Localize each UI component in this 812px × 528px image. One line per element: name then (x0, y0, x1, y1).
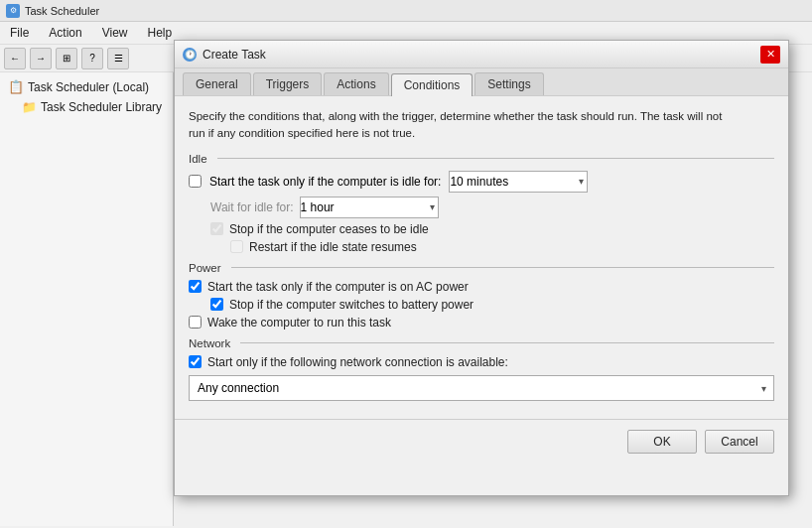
wake-row: Wake the computer to run this task (189, 316, 774, 330)
dialog-body: Specify the conditions that, along with … (175, 96, 788, 419)
idle-duration-select[interactable]: 10 minutes 1 minute 5 minutes 15 minutes… (449, 171, 588, 193)
network-label: Start only if the following network conn… (207, 355, 508, 369)
description-line1: Specify the conditions that, along with … (189, 110, 722, 122)
idle-duration-dropdown-wrapper: 10 minutes 1 minute 5 minutes 15 minutes… (449, 171, 588, 193)
restart-idle-row: Restart if the idle state resumes (189, 240, 774, 254)
dialog-overlay: 🕐 Create Task ✕ General Triggers Actions… (0, 0, 812, 528)
battery-checkbox[interactable] (210, 298, 223, 311)
wait-for-idle-row: Wait for idle for: 1 hour 30 minutes 2 h… (189, 197, 774, 218)
ac-power-label: Start the task only if the computer is o… (207, 280, 469, 294)
idle-start-label: Start the task only if the computer is i… (209, 175, 441, 189)
dialog-title-text: Create Task (203, 48, 266, 62)
stop-idle-checkbox[interactable] (210, 222, 223, 235)
dialog-title-icon: 🕐 (183, 48, 197, 62)
network-connection-select[interactable]: Any connection Local Area Connection Wir… (189, 375, 774, 401)
network-dropdown-wrapper: Any connection Local Area Connection Wir… (189, 375, 774, 401)
wait-idle-dropdown-wrapper: 1 hour 30 minutes 2 hours 4 hours 8 hour… (300, 197, 439, 218)
network-row: Start only if the following network conn… (189, 355, 774, 369)
wait-idle-select[interactable]: 1 hour 30 minutes 2 hours 4 hours 8 hour… (300, 197, 439, 218)
idle-start-row: Start the task only if the computer is i… (189, 171, 774, 193)
tab-conditions[interactable]: Conditions (391, 73, 474, 96)
dialog-titlebar: 🕐 Create Task ✕ (175, 41, 788, 68)
tab-triggers[interactable]: Triggers (253, 72, 323, 95)
dialog-tabs: General Triggers Actions Conditions Sett… (175, 68, 788, 96)
dialog-title-left: 🕐 Create Task (183, 48, 266, 62)
battery-row: Stop if the computer switches to battery… (189, 298, 774, 312)
network-section-title: Network (189, 337, 774, 349)
tab-settings[interactable]: Settings (474, 72, 543, 95)
network-checkbox[interactable] (189, 355, 202, 368)
wait-for-idle-label: Wait for idle for: (210, 200, 294, 214)
restart-idle-checkbox[interactable] (230, 240, 243, 253)
create-task-dialog: 🕐 Create Task ✕ General Triggers Actions… (174, 40, 789, 496)
description-line2: run if any condition specified here is n… (189, 127, 415, 139)
stop-idle-row: Stop if the computer ceases to be idle (189, 222, 774, 236)
power-section-title: Power (189, 262, 774, 274)
battery-label: Stop if the computer switches to battery… (229, 298, 474, 312)
idle-section-title: Idle (189, 153, 774, 165)
dialog-footer: OK Cancel (175, 419, 788, 463)
dialog-close-button[interactable]: ✕ (760, 46, 780, 64)
tab-actions[interactable]: Actions (324, 72, 388, 95)
description: Specify the conditions that, along with … (189, 108, 774, 143)
ac-power-row: Start the task only if the computer is o… (189, 280, 774, 294)
wake-label: Wake the computer to run this task (207, 316, 391, 330)
ok-button[interactable]: OK (627, 430, 697, 454)
restart-idle-label: Restart if the idle state resumes (249, 240, 417, 254)
idle-start-checkbox[interactable] (189, 175, 202, 188)
stop-idle-label: Stop if the computer ceases to be idle (229, 222, 429, 236)
cancel-button[interactable]: Cancel (705, 430, 774, 454)
wake-checkbox[interactable] (189, 316, 202, 329)
ac-power-checkbox[interactable] (189, 280, 202, 293)
tab-general[interactable]: General (183, 72, 251, 95)
